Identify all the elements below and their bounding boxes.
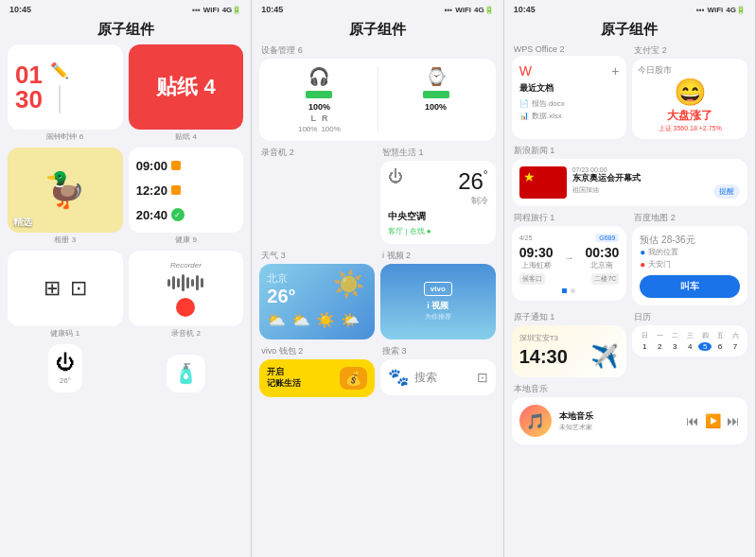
cal-2: 2 bbox=[653, 342, 666, 351]
search-section: 搜索 3 🐾 搜索 ⊡ bbox=[380, 345, 496, 397]
cal-row-1: 1 2 3 4 5 6 7 bbox=[638, 342, 742, 351]
small-widget-2[interactable]: 🧴 bbox=[167, 355, 205, 392]
file-name-2: 数据.xlsx bbox=[532, 111, 562, 121]
clock-divider bbox=[59, 85, 61, 113]
wave-bar-5 bbox=[186, 277, 189, 288]
train-depart: 09:30 上海虹桥 bbox=[519, 245, 554, 270]
cal-sun: 日 bbox=[638, 331, 651, 340]
status-bar-3: 10:45 ▪▪▪ WiFi 4G🔋 bbox=[504, 0, 755, 17]
cal-wed: 三 bbox=[683, 331, 696, 340]
health-widget-wrap: 09:00 12:20 20:40 ✓ 健康 9 bbox=[129, 148, 244, 245]
device-item-watch: ⌚ 100% bbox=[384, 66, 488, 133]
device-card[interactable]: 🎧 100% L R 100% 100% ⌚ bbox=[259, 59, 495, 141]
smart-section: 智慧生活 1 ⏻ 26° 制冷 中央空调 客厅 | 在线 ● bbox=[380, 147, 496, 244]
cal-5-today: 5 bbox=[698, 342, 712, 351]
s2-row-smartlife: 录音机 2 智慧生活 1 ⏻ 26° 制冷 中央空调 bbox=[259, 147, 495, 244]
device-item-headphones-l: 🎧 100% L R 100% 100% bbox=[267, 66, 371, 133]
wave-bar-2 bbox=[172, 276, 175, 289]
scan-icon: ⊡ bbox=[70, 276, 87, 301]
ac-power-icon: ⏻ bbox=[388, 168, 403, 185]
seat-2: 二楼7C bbox=[591, 273, 619, 285]
next-icon[interactable]: ⏭ bbox=[727, 413, 740, 428]
s2-ivideo-label: i 视频 2 bbox=[382, 250, 494, 262]
sticker-label: 贴纸 4 bbox=[175, 131, 197, 142]
recorder-widget[interactable]: Recorder bbox=[129, 251, 244, 326]
music-section: 本地音乐 🎵 本地音乐 未知艺术家 ⏮ ▶️ ⏭ bbox=[512, 383, 747, 444]
wps-recent-title: 最近文档 bbox=[519, 82, 620, 95]
file-row-1: 📄 报告.docx bbox=[519, 98, 620, 109]
sticker-widget[interactable]: 贴纸 4 bbox=[129, 44, 244, 130]
health-time-3: 20:40 bbox=[136, 208, 167, 222]
taxi-label: 百度地图 2 bbox=[634, 212, 746, 224]
label-r: R bbox=[322, 113, 328, 123]
clock-controls: ✏️ bbox=[50, 61, 69, 113]
qr-icons: ⊞ ⊡ bbox=[44, 276, 87, 301]
news-card[interactable]: ★ 07/23 00:00 东京奥运会开幕式 祖国加油 提醒 bbox=[512, 159, 747, 206]
train-date-badge: 4/25 bbox=[519, 235, 533, 241]
wave-bar-1 bbox=[167, 279, 170, 287]
music-card[interactable]: 🎵 本地音乐 未知艺术家 ⏮ ▶️ ⏭ bbox=[512, 397, 747, 444]
music-artist: 未知艺术家 bbox=[559, 423, 678, 432]
s1-row2: 🦆 精选 相册 3 09:00 12:20 bbox=[8, 148, 243, 245]
wave-bar-4 bbox=[182, 274, 185, 291]
cal-thu: 四 bbox=[698, 331, 712, 340]
vivo-badge: vivo bbox=[424, 282, 452, 296]
small-widget-1[interactable]: ⏻ 26° bbox=[48, 344, 82, 392]
screen-1: 10:45 ▪▪▪ WiFi 4G🔋 原子组件 01 30 ✏️ bbox=[0, 0, 252, 557]
taxi-to-text: 天安门 bbox=[648, 259, 671, 270]
calendar-card[interactable]: 日 一 二 三 四 五 六 1 2 3 4 5 6 bbox=[632, 325, 747, 357]
wps-top: W + bbox=[519, 63, 620, 78]
health-widget[interactable]: 09:00 12:20 20:40 ✓ bbox=[129, 148, 244, 233]
remind-button[interactable]: 提醒 bbox=[713, 184, 740, 199]
recorder-label: 录音机 2 bbox=[171, 328, 201, 339]
wallet-card[interactable]: 开启记账生活 💰 bbox=[259, 359, 375, 397]
s3-bottom-row: 原子通知 1 深圳宝安T3 14:30 ✈️ 日历 日 bbox=[512, 311, 747, 377]
train-card[interactable]: 4/25 G689 09:30 上海虹桥 → 00:30 北京南 bbox=[512, 226, 627, 301]
alipay-card[interactable]: 今日股市 😄 大盘涨了 上证 3560.18 +2.75% bbox=[632, 59, 747, 139]
wifi-icon: WiFi bbox=[203, 6, 220, 14]
xls-icon: 📊 bbox=[519, 112, 529, 120]
qr-widget[interactable]: ⊞ ⊡ bbox=[8, 251, 123, 326]
taxi-price-label: 预估 28-36元 bbox=[640, 234, 740, 247]
stock-change-text: 大盘涨了 bbox=[667, 108, 712, 124]
weather-card[interactable]: 北京 ☀️ 26° ⛅ ⛅ ☀️ 🌤️ bbox=[259, 264, 375, 339]
s2-ac-label: 录音机 2 bbox=[261, 147, 373, 159]
taxi-button[interactable]: 叫车 bbox=[640, 275, 740, 298]
qr-code-icon: ⊞ bbox=[44, 276, 61, 301]
stock-label: 支付宝 2 bbox=[634, 44, 746, 57]
wps-plus-icon: + bbox=[611, 63, 619, 78]
weather-icon-3: ☀️ bbox=[316, 311, 335, 329]
search-card[interactable]: 🐾 搜索 ⊡ bbox=[380, 359, 496, 395]
news-section: 新浪新闻 1 ★ 07/23 00:00 东京奥运会开幕式 祖国加油 提醒 bbox=[512, 145, 747, 206]
taxi-card[interactable]: 预估 28-36元 ● 我的位置 ● 天安门 叫车 bbox=[632, 226, 747, 305]
clock-widget[interactable]: 01 30 ✏️ bbox=[8, 44, 123, 130]
sz-time-display: 14:30 bbox=[519, 346, 568, 368]
headphone-left-icon: 🎧 bbox=[308, 66, 329, 87]
ac-loc: 客厅 | 在线 ● bbox=[388, 226, 488, 236]
s1-row3: ⊞ ⊡ 健康码 1 Recorder bbox=[8, 251, 243, 339]
photo-overlay-label: 精选 bbox=[13, 216, 32, 229]
ivideo-title: i 视频 bbox=[427, 300, 448, 312]
record-button[interactable] bbox=[176, 298, 195, 317]
small-widget-1-label: 26° bbox=[60, 376, 71, 385]
ac-card[interactable]: ⏻ 26° 制冷 中央空调 客厅 | 在线 ● bbox=[380, 161, 496, 244]
prev-icon[interactable]: ⏮ bbox=[686, 413, 699, 428]
s2-smart-label: 智慧生活 1 bbox=[382, 147, 494, 159]
train-arrive-time: 00:30 bbox=[586, 245, 620, 260]
play-icon[interactable]: ▶️ bbox=[705, 413, 721, 428]
pct-r: 100% bbox=[321, 125, 340, 133]
music-note-icon: 🎵 bbox=[526, 412, 545, 430]
shenzhen-card[interactable]: 深圳宝安T3 14:30 ✈️ bbox=[512, 325, 627, 377]
ac-name: 中央空调 bbox=[388, 210, 488, 223]
photo-widget[interactable]: 🦆 精选 bbox=[8, 148, 123, 233]
weather-section: 天气 3 北京 ☀️ 26° ⛅ ⛅ ☀️ 🌤️ bbox=[259, 250, 375, 339]
bottle-icon: 🧴 bbox=[174, 362, 198, 385]
ivideo-card[interactable]: vivo i 视频 为你推荐 bbox=[380, 264, 496, 339]
cal-fri: 五 bbox=[713, 331, 727, 340]
status-icons-3: ▪▪▪ WiFi 4G🔋 bbox=[696, 6, 746, 14]
signal-icon: ▪▪▪ bbox=[192, 6, 201, 14]
battery-icon-2: 4G🔋 bbox=[474, 6, 494, 14]
wps-card[interactable]: W + 最近文档 📄 报告.docx 📊 数据.xlsx bbox=[512, 56, 627, 139]
cal-1: 1 bbox=[638, 342, 651, 351]
watch-icon: ⌚ bbox=[426, 66, 447, 87]
